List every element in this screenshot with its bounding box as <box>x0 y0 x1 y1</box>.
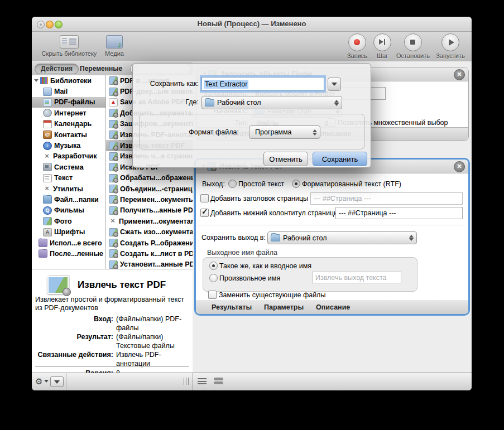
output-label: Выход: <box>202 180 225 188</box>
radio-rtf-text[interactable] <box>292 180 300 188</box>
record-button[interactable]: Запись <box>344 33 370 59</box>
qt-icon: Q <box>43 206 52 215</box>
save-button[interactable]: Сохранить <box>313 152 367 166</box>
hide-library-button[interactable]: Скрыть библиотеку <box>35 33 104 57</box>
action-row[interactable]: Установит...анные PDF <box>106 259 193 269</box>
sidebar-item-шрифты[interactable]: AШрифты <box>32 226 105 237</box>
action-row[interactable]: Объедини...-страницы <box>106 183 193 194</box>
fonts-icon: A <box>43 228 52 236</box>
block2-footer-tabs[interactable]: РезультатыПараметрыОписание <box>212 303 350 311</box>
sidebar-item-утилиты[interactable]: ×Утилиты <box>32 183 105 194</box>
sidebar-item-label: Файл...папки <box>54 196 99 204</box>
sidebar-item-mail[interactable]: Mail <box>32 86 105 96</box>
action-row[interactable]: Получить...анные PDF <box>106 205 193 216</box>
sidebar-item-текст[interactable]: Текст <box>32 173 105 183</box>
toggle-description-panel-button[interactable] <box>50 376 64 387</box>
window-title: Новый (Процесс) — Изменено <box>32 20 472 28</box>
block2-close-icon[interactable]: ✕ <box>454 161 465 172</box>
description-field-value: (Файлы/папки) Текстовые файлы <box>116 333 188 350</box>
add-footer-checkbox[interactable] <box>200 209 209 217</box>
devx-icon: × <box>109 218 117 225</box>
description-title: Извлечь текст PDF <box>78 279 166 291</box>
act-icon <box>109 174 118 182</box>
where-popup[interactable]: Рабочий стол <box>201 96 342 109</box>
footer-tab-параметры[interactable]: Параметры <box>264 303 304 311</box>
action-row[interactable]: ×Применит...окументам <box>106 216 193 226</box>
replace-existing-checkbox[interactable] <box>208 291 217 299</box>
calendar-icon <box>43 120 52 128</box>
devx-icon: × <box>43 153 51 160</box>
save-output-label: Сохранить выход в: <box>201 234 266 241</box>
sidebar-item-испол-е-всего[interactable]: Испол...е всего <box>32 238 105 248</box>
sidebar-item-label: Фото <box>54 218 72 225</box>
bottom-bar: ⚙ <box>32 373 472 390</box>
media-button[interactable]: Медиа <box>103 33 126 57</box>
stop-button[interactable]: Остановить <box>395 33 431 59</box>
sidebar-item-label: Музыка <box>54 142 80 149</box>
tab-actions[interactable]: Действия <box>35 64 79 74</box>
sidebar-root-libraries[interactable]: Библиотеки <box>32 75 105 86</box>
sidebar-item-музыка[interactable]: ♪Музыка <box>32 140 105 151</box>
radio-plain-text[interactable] <box>228 180 237 188</box>
footer-text-field[interactable]: --- ##Страница --- <box>335 207 463 219</box>
sidebar-item-label: Mail <box>54 88 68 95</box>
description-field-row: Результат:(Файлы/папки) Текстовые файлы <box>32 333 193 350</box>
act-icon <box>109 185 118 193</box>
sidebar-item-фото[interactable]: Фото <box>32 216 105 226</box>
header-text-field[interactable]: --- ##Страница --- <box>310 192 463 205</box>
action-row[interactable]: Переимен...окументы <box>106 194 193 205</box>
sidebar-item-label: Контакты <box>54 131 87 139</box>
act-icon <box>109 195 118 204</box>
save-as-value: Text Extractor <box>204 80 248 89</box>
description-field-label: Связанные действия: <box>32 351 113 368</box>
add-footer-label: Добавить нижний колонтитул страницы <box>210 209 339 217</box>
add-header-checkbox[interactable] <box>200 194 209 202</box>
action-row-label: Сжать изо...окументах <box>120 228 193 236</box>
gear-icon[interactable]: ⚙ <box>35 376 49 386</box>
pfolder-icon <box>39 239 47 247</box>
sidebar-item-интернет[interactable]: Интернет <box>32 108 105 118</box>
custom-name-field[interactable]: Извлечь выход текста <box>312 272 401 283</box>
sidebar-item-после-ленные[interactable]: После...ленные <box>32 248 105 259</box>
description-fields: Вход:(Файлы/папки) PDF-файлыРезультат:(Ф… <box>32 315 193 369</box>
screenshot-canvas: Новый (Процесс) — Изменено Скрыть библио… <box>0 0 504 430</box>
sidebar-item-разработчик[interactable]: ×Разработчик <box>32 151 105 162</box>
block1-close-icon[interactable]: ✕ <box>454 69 465 80</box>
bottombar-separator <box>66 373 66 390</box>
step-button[interactable]: Шаг <box>371 33 393 59</box>
extract-pdf-text-icon <box>47 276 69 294</box>
action-row[interactable]: Создать к...лист в PDF <box>106 248 193 259</box>
workflow-block-extract-pdf-text[interactable]: Извлечь текст PDF ✕ Выход: Простой текст… <box>194 158 470 316</box>
expand-dialog-button[interactable] <box>328 78 341 91</box>
cancel-button[interactable]: Отменить <box>263 152 308 166</box>
radio-same-name[interactable] <box>209 262 218 270</box>
folder-icon <box>271 234 280 241</box>
file-format-popup[interactable]: Программа <box>249 125 320 139</box>
radio-custom-name[interactable] <box>209 274 218 282</box>
sidebar-item-календарь[interactable]: Календарь <box>32 119 105 129</box>
music-icon: ♪ <box>43 142 52 150</box>
act-icon <box>109 131 118 139</box>
sidebar-item-фильмы[interactable]: QФильмы <box>32 205 105 216</box>
disclosure-triangle-icon[interactable] <box>34 79 39 82</box>
save-as-input[interactable]: Text Extractor <box>201 77 324 91</box>
run-button[interactable]: Запустить <box>433 33 468 59</box>
action-row[interactable]: Обрабаты...ображения <box>106 173 193 183</box>
books-icon <box>40 77 48 84</box>
footer-tab-описание[interactable]: Описание <box>316 303 350 311</box>
list-view-icon[interactable] <box>198 378 207 384</box>
action-row-label: Получить...анные PDF <box>120 206 193 214</box>
save-output-popup[interactable]: Рабочий стол <box>267 231 417 244</box>
tab-variables[interactable]: Переменные <box>80 65 122 73</box>
action-row[interactable]: Создать Р...ображений <box>106 238 193 248</box>
sidebar-item-label: Утилиты <box>53 185 83 193</box>
workflow-view-icon[interactable] <box>214 378 223 385</box>
sidebar-item-файл-папки[interactable]: Файл...папки <box>32 194 105 205</box>
sidebar-item-pdf-файлы[interactable]: PDF-файлы <box>32 97 105 108</box>
run-label: Запустить <box>433 52 468 59</box>
action-row[interactable]: Сжать изо...окументах <box>106 226 193 237</box>
sidebar-item-контакты[interactable]: @Контакты <box>32 129 105 140</box>
sidebar-item-система[interactable]: Система <box>32 162 105 172</box>
footer-tab-результаты[interactable]: Результаты <box>212 303 252 311</box>
column-resize-handle-icon[interactable] <box>184 378 190 385</box>
